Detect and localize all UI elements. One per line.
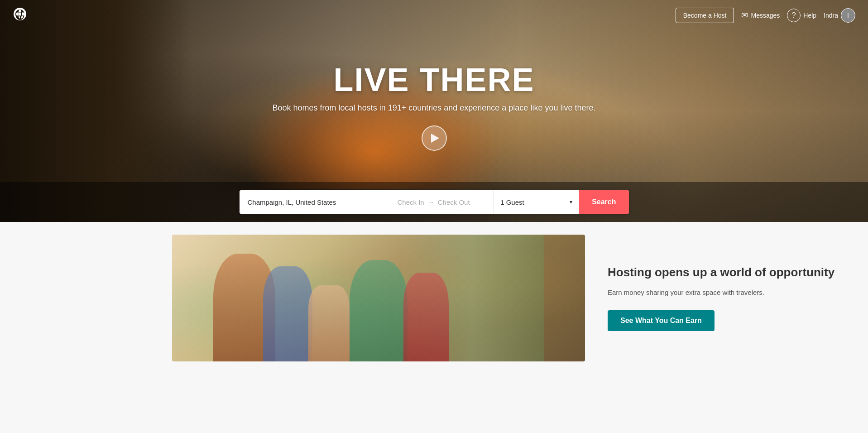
navbar-left (13, 7, 27, 24)
hosting-description: Earn money sharing your extra space with… (608, 288, 845, 298)
become-host-button[interactable]: Become a Host (676, 8, 734, 23)
checkout-label: Check Out (438, 198, 470, 206)
hero-title: LIVE THERE (333, 62, 534, 98)
navbar: Become a Host ✉ Messages ? Help Indra I (0, 0, 868, 31)
checkin-field[interactable]: Check In → Check Out (391, 190, 494, 214)
navbar-right: Become a Host ✉ Messages ? Help Indra I (676, 8, 855, 23)
help-link[interactable]: ? Help (787, 9, 816, 22)
messages-icon: ✉ (741, 10, 748, 20)
help-label: Help (803, 12, 816, 19)
user-name-label: Indra (824, 12, 838, 19)
hero-section: Become a Host ✉ Messages ? Help Indra I … (0, 0, 868, 222)
airbnb-logo[interactable] (13, 7, 27, 24)
help-icon: ? (787, 9, 801, 22)
hosting-title: Hosting opens up a world of opportunity (608, 265, 845, 280)
hero-subtitle: Book homes from local hosts in 191+ coun… (273, 103, 596, 113)
hosting-img-background (172, 235, 585, 361)
search-bar: Check In → Check Out 1 Guest ▾ Search (240, 190, 629, 214)
play-icon (431, 134, 439, 143)
see-what-you-can-earn-button[interactable]: See What You Can Earn (608, 310, 715, 331)
checkin-arrow-icon: → (428, 198, 434, 206)
guests-value: 1 Guest (500, 198, 524, 206)
messages-label: Messages (751, 12, 780, 19)
search-button[interactable]: Search (579, 190, 628, 214)
checkin-label: Check In (398, 198, 424, 206)
guests-dropdown-icon: ▾ (570, 199, 572, 205)
hosting-info: Hosting opens up a world of opportunity … (585, 222, 868, 374)
messages-link[interactable]: ✉ Messages (741, 10, 780, 20)
person-silhouette-3 (308, 285, 350, 361)
search-bar-wrapper: Check In → Check Out 1 Guest ▾ Search (0, 182, 868, 222)
person-silhouette-5 (403, 273, 449, 361)
user-menu[interactable]: Indra I (824, 8, 855, 23)
avatar: I (841, 8, 855, 23)
person-silhouette-4 (350, 260, 408, 361)
bottom-section: Hosting opens up a world of opportunity … (0, 222, 868, 374)
airbnb-logo-svg (13, 7, 27, 22)
person-silhouette-2 (263, 266, 312, 361)
hosting-image (172, 235, 585, 361)
location-input[interactable] (240, 190, 391, 214)
play-video-button[interactable] (422, 125, 447, 151)
guests-selector[interactable]: 1 Guest ▾ (494, 190, 579, 214)
